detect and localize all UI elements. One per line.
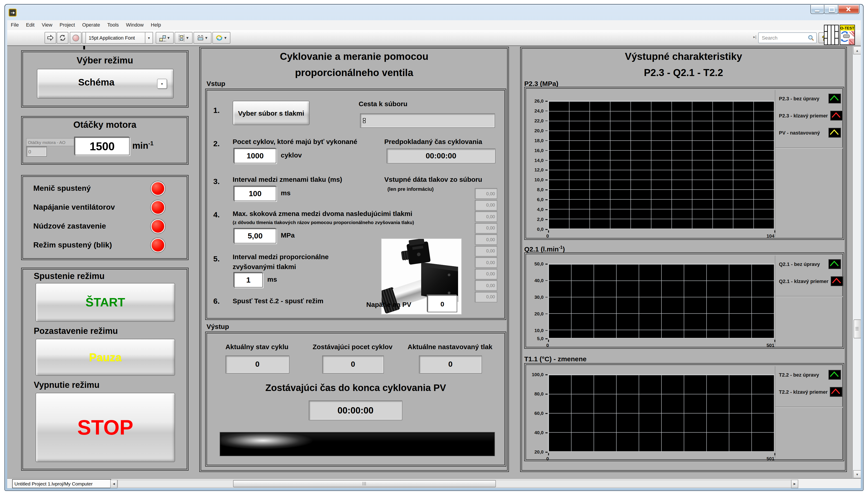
file-path-field[interactable] <box>360 114 495 128</box>
x-tick-label: 501 <box>757 342 774 348</box>
legend-item: PV - nastavovaný <box>779 128 841 138</box>
scroll-left-arrow[interactable]: ◄ <box>110 479 118 488</box>
pause-mode-button[interactable]: Pauza <box>35 339 175 376</box>
maximize-button[interactable] <box>824 5 838 14</box>
center-title-line2: proporcionálneho ventila <box>200 67 509 79</box>
run-control-box: Spustenie režimu ŠTART Pozastavenie reži… <box>21 268 189 471</box>
front-panel: Výber režimu Schéma ▼ Otáčky motora Otáč… <box>7 45 861 479</box>
pv-voltage-input[interactable]: 0 <box>427 295 457 312</box>
font-selector[interactable]: 15pt Application Font ▼ <box>85 32 153 44</box>
led-nudzove-zastavenie <box>151 219 165 233</box>
interval-label: Interval medzi zmenami tlaku (ms) <box>233 175 342 183</box>
menu-item-edit[interactable]: Edit <box>22 20 38 29</box>
x-tick-mark <box>548 340 549 342</box>
y-tick-label: 12,0 <box>526 167 544 173</box>
horizontal-scrollbar-track[interactable] <box>118 479 792 488</box>
file-data-cell: 0,00 <box>475 200 497 210</box>
vertical-scrollbar-thumb[interactable] <box>853 319 861 338</box>
legend-divider <box>775 296 843 297</box>
motor-ao-field[interactable]: 0 <box>26 146 47 156</box>
reorder-objects-button[interactable]: ▼ <box>213 32 230 44</box>
horizontal-scrollbar-thumb[interactable] <box>233 480 496 487</box>
cycle-count-input[interactable]: 1000 <box>234 148 276 163</box>
file-data-cell: 0,00 <box>475 268 497 279</box>
file-data-column: 0,000,000,000,000,000,000,000,000,000,00 <box>475 188 497 303</box>
y-tick-mark <box>545 297 548 298</box>
legend-divider <box>775 407 843 408</box>
indicator-label: Núdzové zastavenie <box>33 222 106 231</box>
motor-rpm-input[interactable]: 1500 <box>75 137 130 155</box>
scroll-grip-icon <box>363 482 366 486</box>
scroll-up-arrow[interactable]: ▲ <box>853 46 861 54</box>
align-objects-button[interactable]: ▼ <box>156 32 174 44</box>
y-tick-label: 10,0 <box>526 327 544 333</box>
menu-item-tools[interactable]: Tools <box>104 20 122 29</box>
remaining-time-display: 00:00:00 <box>309 400 402 420</box>
scroll-right-arrow[interactable]: ► <box>791 479 798 488</box>
resize-objects-button[interactable]: ▼ <box>194 32 212 44</box>
connector-pane-icon <box>824 25 839 45</box>
title-bar[interactable] <box>5 5 863 20</box>
project-context-selector[interactable]: Untitled Project 1.lvproj/My Computer <box>12 479 111 488</box>
y-tick-mark <box>545 264 548 264</box>
legend-line-icon <box>830 276 843 286</box>
indicator-label: Napájanie ventilátorov <box>33 203 115 212</box>
y-tick-label: 6,0 <box>526 197 544 202</box>
search-icon <box>808 34 815 41</box>
status-bar: Untitled Project 1.lvproj/My Computer ◄ … <box>7 478 861 488</box>
menu-item-view[interactable]: View <box>38 20 56 29</box>
align-objects-icon <box>159 34 166 41</box>
y-tick-mark <box>545 130 548 131</box>
progress-bar <box>220 432 495 456</box>
menu-item-help[interactable]: Help <box>147 20 165 29</box>
file-data-sublabel: (len pre informáciu) <box>388 186 433 192</box>
menu-item-window[interactable]: Window <box>122 20 147 29</box>
y-tick-mark <box>545 150 548 151</box>
y-tick-label: 30,0 <box>526 294 544 300</box>
indicator-label: Režim spustený (blik) <box>33 241 112 250</box>
led-rezim-spusteny <box>151 238 165 252</box>
x-tick-mark <box>774 453 775 455</box>
run-continuously-button[interactable] <box>57 32 68 44</box>
vertical-scrollbar[interactable]: ▲ ▼ <box>852 46 861 479</box>
scroll-down-arrow[interactable]: ▼ <box>853 470 861 478</box>
chevron-down-icon: ▼ <box>145 32 152 43</box>
menu-item-operate[interactable]: Operate <box>78 20 104 29</box>
run-button[interactable] <box>45 32 56 44</box>
menu-item-file[interactable]: File <box>7 20 22 29</box>
labview-window-page: FileEditViewProjectOperateToolsWindowHel… <box>0 0 868 492</box>
resize-objects-icon <box>197 34 204 41</box>
vi-icon-block[interactable]: O-TEST <box>824 25 855 45</box>
step1-number: 1. <box>213 106 220 115</box>
select-file-button[interactable]: Vyber súbor s tlakmi <box>233 101 309 125</box>
chart1-title: P2.3 (MPa) <box>524 80 559 87</box>
stop-button[interactable]: STOP <box>35 393 175 462</box>
chevron-down-icon[interactable]: ▼ <box>157 79 167 89</box>
clipped-text-artifact <box>83 45 85 49</box>
minimize-button[interactable] <box>811 5 824 14</box>
step5-number: 5. <box>213 255 220 264</box>
interval-input[interactable]: 100 <box>234 186 276 201</box>
distribute-objects-button[interactable]: ▼ <box>175 32 193 44</box>
vi-icon: O-TEST <box>840 25 855 45</box>
y-tick-mark <box>545 199 548 200</box>
remaining-time-label: Zostávajúci čas do konca cyklovania PV <box>206 383 506 393</box>
max-step-input[interactable]: 5,00 <box>234 228 276 243</box>
legend-line-icon <box>828 370 841 380</box>
y-tick-label: 22,0 <box>526 118 544 123</box>
y-tick-label: 20,0 <box>526 449 544 454</box>
run-icon <box>47 35 54 41</box>
menu-item-project[interactable]: Project <box>56 20 79 29</box>
y-tick-mark <box>545 313 548 314</box>
start-button[interactable]: ŠTART <box>35 283 175 322</box>
file-data-cell: 0,00 <box>475 211 497 222</box>
mode-dropdown[interactable]: Schéma ▼ <box>37 69 174 99</box>
search-input[interactable]: Search <box>758 32 817 43</box>
prop-interval-input[interactable]: 1 <box>234 273 263 288</box>
close-button[interactable] <box>838 5 860 14</box>
chart-plot-area <box>548 374 774 452</box>
y-tick-label: 20,0 <box>526 311 544 316</box>
file-data-cell: 0,00 <box>475 291 497 302</box>
abort-button[interactable] <box>70 32 81 44</box>
chart3-title: T1.1 (°C) - zmenene <box>524 355 587 363</box>
